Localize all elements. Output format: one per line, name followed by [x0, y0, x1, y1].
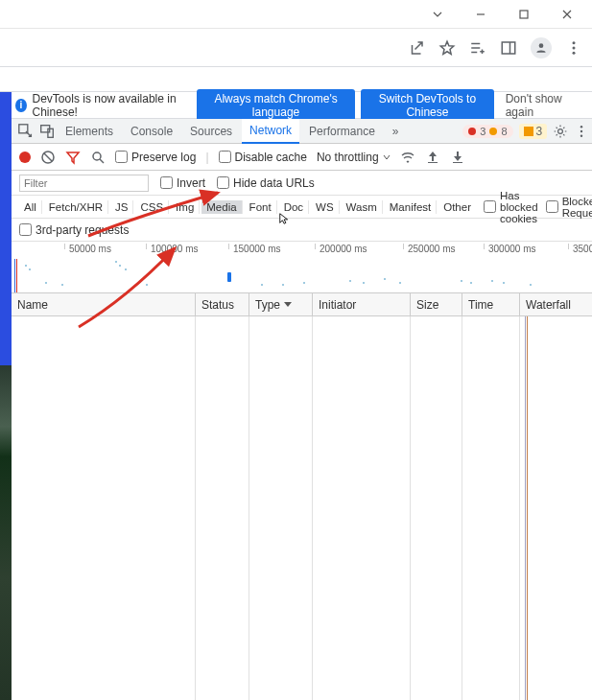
col-status[interactable]: Status [196, 293, 249, 315]
type-other[interactable]: Other [438, 200, 476, 214]
svg-point-18 [580, 134, 582, 136]
filter-funnel-icon[interactable] [65, 150, 81, 165]
col-waterfall[interactable]: Waterfall [520, 293, 592, 315]
dropdown-icon[interactable] [415, 1, 459, 28]
device-toggle-icon[interactable] [38, 123, 56, 140]
share-icon[interactable] [408, 39, 425, 57]
network-toolbar: Preserve log | Disable cache No throttli… [12, 144, 592, 171]
devtools-menu-icon[interactable] [574, 124, 589, 139]
dont-show-again-link[interactable]: Don't show again [500, 89, 584, 122]
info-icon: i [15, 99, 27, 112]
devtools-tabstrip: Elements Console Sources Network Perform… [12, 119, 592, 144]
error-dot-icon [468, 128, 476, 135]
filter-input[interactable] [19, 175, 149, 192]
svg-rect-5 [502, 42, 515, 54]
col-size[interactable]: Size [411, 293, 462, 315]
type-js[interactable]: JS [110, 200, 133, 214]
svg-point-7 [539, 43, 544, 48]
settings-gear-icon[interactable] [553, 124, 568, 139]
profile-avatar[interactable] [531, 37, 552, 58]
page-content-sliver [0, 92, 12, 700]
browser-toolbar [0, 29, 592, 67]
clear-icon[interactable] [40, 150, 56, 165]
window-titlebar [0, 0, 592, 29]
svg-point-15 [558, 128, 563, 133]
third-party-row: 3rd-party requests [12, 219, 592, 242]
timeline-marks [12, 259, 592, 293]
col-time[interactable]: Time [462, 293, 520, 315]
type-wasm[interactable]: Wasm [342, 200, 383, 214]
sort-indicator-icon [284, 302, 292, 307]
kebab-menu-icon[interactable] [565, 39, 582, 57]
tab-sources[interactable]: Sources [182, 119, 240, 144]
inspect-element-icon[interactable] [17, 123, 35, 140]
download-icon[interactable] [450, 150, 465, 165]
resource-type-filter-row: All Fetch/XHR JS CSS Img Media Font Doc … [12, 196, 592, 219]
tab-elements[interactable]: Elements [58, 119, 121, 144]
cursor-pointer-icon [278, 212, 292, 225]
always-match-button[interactable]: Always match Chrome's language [197, 89, 355, 122]
svg-point-8 [573, 41, 576, 44]
preserve-log-checkbox[interactable]: Preserve log [115, 151, 196, 164]
third-party-checkbox[interactable]: 3rd-party requests [19, 223, 129, 237]
language-infobar: i DevTools is now available in Chinese! … [12, 92, 592, 119]
col-initiator[interactable]: Initiator [313, 293, 411, 315]
record-button[interactable] [19, 152, 31, 163]
error-warning-badge[interactable]: 3 8 [462, 125, 512, 138]
infobar-message: DevTools is now available in Chinese! [33, 92, 191, 119]
col-name[interactable]: Name [12, 293, 196, 315]
overview-timeline[interactable]: 50000 ms 100000 ms 150000 ms 200000 ms 2… [12, 242, 592, 293]
star-icon[interactable] [438, 39, 456, 57]
requests-table-header: Name Status Type Initiator Size Time Wat… [12, 293, 592, 316]
tab-overflow-icon[interactable]: » [385, 119, 407, 144]
throttling-select[interactable]: No throttling [317, 151, 391, 164]
close-button[interactable] [545, 1, 588, 28]
type-media[interactable]: Media [201, 200, 242, 214]
disable-cache-checkbox[interactable]: Disable cache [219, 151, 307, 164]
minimize-button[interactable] [459, 1, 502, 28]
type-fetchxhr[interactable]: Fetch/XHR [44, 200, 108, 214]
tab-console[interactable]: Console [123, 119, 180, 144]
wifi-icon[interactable] [400, 150, 415, 165]
hide-data-urls-checkbox[interactable]: Hide data URLs [217, 176, 315, 190]
timeline-ruler: 50000 ms 100000 ms 150000 ms 200000 ms 2… [12, 242, 592, 259]
tab-network[interactable]: Network [242, 119, 299, 144]
svg-rect-14 [524, 127, 533, 136]
svg-rect-1 [520, 11, 528, 18]
col-type[interactable]: Type [249, 293, 313, 315]
svg-rect-13 [48, 128, 53, 137]
type-css[interactable]: CSS [135, 200, 169, 214]
playlist-icon[interactable] [469, 39, 486, 57]
svg-point-16 [580, 126, 582, 128]
type-img[interactable]: Img [171, 200, 200, 214]
requests-table-body [12, 316, 592, 700]
svg-point-17 [580, 129, 582, 131]
type-manifest[interactable]: Manifest [385, 200, 437, 214]
svg-point-20 [93, 152, 101, 160]
warning-dot-icon [489, 128, 497, 135]
devtools-panel: i DevTools is now available in Chinese! … [12, 92, 592, 700]
blocked-requests-checkbox[interactable]: Blocked Requests [546, 196, 592, 219]
svg-point-9 [573, 46, 576, 49]
issues-badge[interactable]: 3 [519, 124, 548, 139]
type-all[interactable]: All [19, 200, 42, 214]
type-font[interactable]: Font [245, 200, 277, 214]
switch-devtools-button[interactable]: Switch DevTools to Chinese [361, 89, 494, 122]
invert-checkbox[interactable]: Invert [160, 176, 205, 190]
search-icon[interactable] [90, 150, 106, 165]
type-ws[interactable]: WS [311, 200, 340, 214]
tab-performance[interactable]: Performance [301, 119, 383, 144]
maximize-button[interactable] [502, 1, 545, 28]
upload-icon[interactable] [425, 150, 440, 165]
sidepanel-icon[interactable] [500, 39, 517, 57]
svg-point-10 [573, 51, 576, 54]
